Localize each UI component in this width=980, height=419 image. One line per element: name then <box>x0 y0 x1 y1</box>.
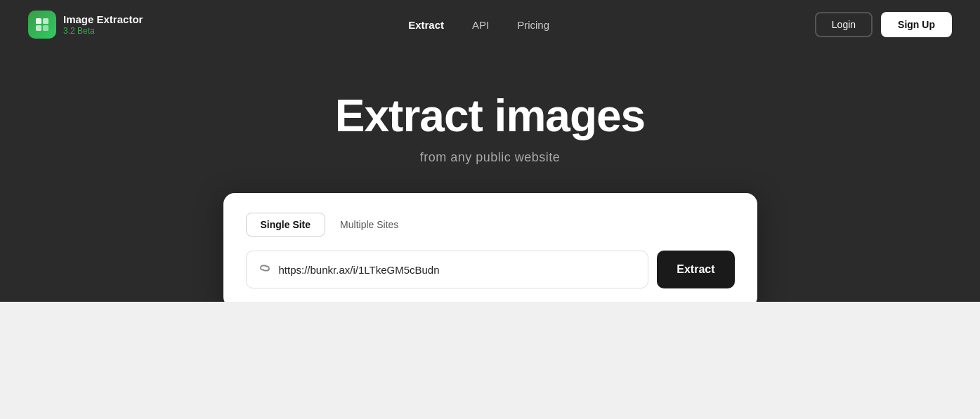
bottom-section <box>0 302 980 419</box>
extract-button[interactable]: Extract <box>657 251 734 288</box>
nav-extract[interactable]: Extract <box>408 19 444 31</box>
url-input-wrapper <box>246 251 649 288</box>
tabs: Single Site Multiple Sites <box>246 213 735 237</box>
hero-subtitle: from any public website <box>0 150 980 165</box>
login-button[interactable]: Login <box>815 12 873 37</box>
hero-title: Extract images <box>0 91 980 140</box>
nav-api[interactable]: API <box>472 19 489 31</box>
hero: Extract images from any public website <box>0 49 980 165</box>
logo-text-group: Image Extractor 3.2 Beta <box>63 13 143 36</box>
logo-area: Image Extractor 3.2 Beta <box>28 11 143 39</box>
signup-button[interactable]: Sign Up <box>881 12 952 37</box>
input-row: Extract <box>246 251 735 288</box>
nav-pricing[interactable]: Pricing <box>517 19 549 31</box>
navbar: Image Extractor 3.2 Beta Extract API Pri… <box>0 0 980 49</box>
url-input[interactable] <box>279 264 637 276</box>
card-wrapper: Single Site Multiple Sites Extract <box>0 193 980 308</box>
nav-actions: Login Sign Up <box>815 12 952 37</box>
nav-links: Extract API Pricing <box>408 19 549 31</box>
top-section: Image Extractor 3.2 Beta Extract API Pri… <box>0 0 980 302</box>
svg-rect-3 <box>43 25 48 31</box>
svg-rect-2 <box>36 25 41 31</box>
svg-rect-0 <box>36 18 41 24</box>
tab-multiple-sites[interactable]: Multiple Sites <box>325 213 413 237</box>
svg-rect-1 <box>43 18 48 24</box>
tab-single-site[interactable]: Single Site <box>246 213 326 237</box>
link-icon <box>258 261 272 279</box>
logo-title: Image Extractor <box>63 13 143 26</box>
card: Single Site Multiple Sites Extract <box>223 193 757 308</box>
logo-icon <box>28 11 56 39</box>
logo-subtitle: 3.2 Beta <box>63 26 143 36</box>
